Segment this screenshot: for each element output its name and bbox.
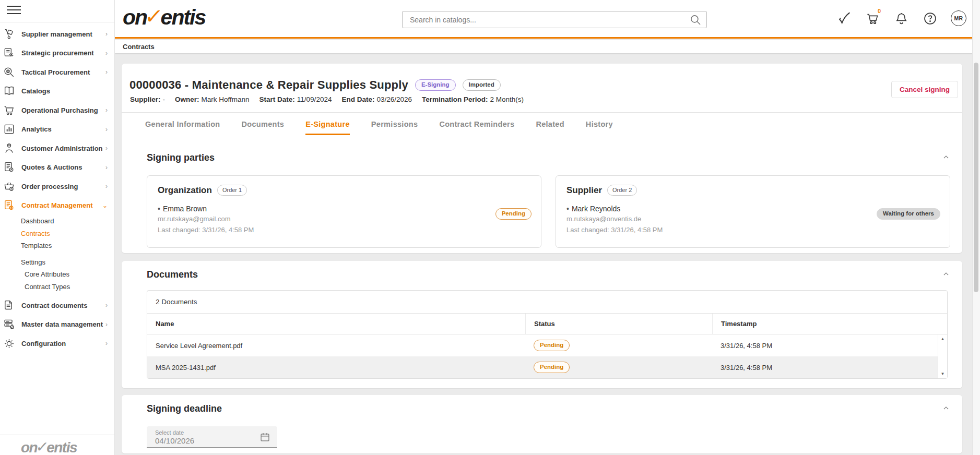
- chevron-down-icon: ⌄: [102, 202, 108, 209]
- sidebar-subitem-contracts[interactable]: Contracts: [0, 228, 114, 240]
- tab-documents[interactable]: Documents: [241, 120, 284, 135]
- sidebar-item-label: Master data management: [21, 320, 103, 328]
- chevron-right-icon: ›: [105, 145, 108, 152]
- sidebar-item-label: Customer Administration: [21, 145, 103, 152]
- header-divider: [122, 112, 962, 113]
- sidebar-item-configuration[interactable]: Configuration ›: [0, 334, 114, 353]
- catalog-search: [402, 11, 707, 28]
- sidebar-item-label: Contract Management: [21, 201, 93, 209]
- column-header-name: Name: [147, 314, 525, 334]
- meta-owner: Owner:Mark Hoffmann: [175, 95, 250, 103]
- signing-party-organization: Organization Order 1 •Emma Brown mr.ruts…: [147, 175, 541, 248]
- status-badge: Pending: [495, 208, 532, 220]
- table-row[interactable]: MSA 2025-1431.pdf Pending 3/31/26, 4:58 …: [147, 356, 938, 378]
- signing-deadline-date-field[interactable]: Select date 04/10/2026: [147, 426, 277, 448]
- server-stack-icon: [3, 318, 15, 330]
- cell-timestamp: 3/31/26, 4:58 PM: [712, 356, 939, 378]
- help-icon[interactable]: [922, 10, 938, 26]
- chevron-right-icon: ›: [105, 68, 108, 76]
- tab-permissions[interactable]: Permissions: [371, 120, 418, 135]
- documents-count: 2 Documents: [147, 291, 947, 314]
- sidebar-nav: Supplier management › Strategic procurem…: [0, 25, 114, 353]
- contract-management-submenu: Dashboard Contracts Templates Settings C…: [0, 215, 114, 293]
- sidebar-item-label: Catalogs: [21, 87, 50, 95]
- tab-history[interactable]: History: [586, 120, 613, 135]
- sidebar-item-contract-management[interactable]: Contract Management ⌄: [0, 196, 114, 215]
- signer-name: •Emma Brown: [158, 205, 530, 213]
- collapse-chevron-up-icon[interactable]: [942, 404, 950, 412]
- bullet: •: [158, 205, 160, 213]
- sidebar-subitem-templates[interactable]: Templates: [0, 240, 114, 252]
- chevron-right-icon: ›: [105, 50, 108, 57]
- sidebar-subitem-dashboard[interactable]: Dashboard: [0, 215, 114, 228]
- sidebar-item-quotes-auctions[interactable]: Quotes & Auctions ›: [0, 158, 114, 177]
- sidebar-item-label: Operational Purchasing: [21, 106, 98, 114]
- column-header-status: Status: [525, 314, 712, 334]
- page-scrollbar-thumb[interactable]: [974, 63, 978, 292]
- sidebar-subitem-contract-types[interactable]: Contract Types: [0, 281, 114, 293]
- menu-hamburger-icon[interactable]: [7, 6, 21, 15]
- bar-chart-icon: [3, 123, 15, 135]
- cell-name: Service Level Agreement.pdf: [147, 334, 525, 356]
- imported-badge: Imported: [463, 79, 501, 91]
- gear-icon: [3, 338, 15, 350]
- cart-icon[interactable]: 0: [865, 10, 880, 26]
- signing-party-supplier: Supplier Order 2 •Mark Reynolds m.rutska…: [556, 175, 950, 248]
- collapse-chevron-up-icon[interactable]: [942, 270, 950, 278]
- person-icon: [3, 142, 15, 154]
- magnifier-box-icon: [3, 66, 15, 78]
- sidebar: Supplier management › Strategic procurem…: [0, 0, 115, 455]
- contract-tabs: General Information Documents E-Signatur…: [145, 120, 634, 135]
- contract-meta: Supplier:- Owner:Mark Hoffmann Start Dat…: [130, 95, 524, 103]
- sidebar-item-strategic-procurement[interactable]: Strategic procurement ›: [0, 44, 114, 63]
- sidebar-item-label: Order processing: [21, 183, 78, 190]
- table-row[interactable]: Service Level Agreement.pdf Pending 3/31…: [147, 334, 938, 356]
- onventis-logo: on✓entis: [123, 4, 205, 30]
- scroll-down-icon[interactable]: ▼: [941, 372, 945, 376]
- sidebar-subitem-settings[interactable]: Settings: [0, 256, 114, 269]
- sidebar-item-master-data-management[interactable]: Master data management ›: [0, 315, 114, 334]
- sidebar-item-analytics[interactable]: Analytics ›: [0, 120, 114, 139]
- doc-dollar-icon: [3, 199, 15, 211]
- page-scrollbar: [972, 0, 980, 455]
- tab-related[interactable]: Related: [536, 120, 564, 135]
- sidebar-item-tactical-procurement[interactable]: Tactical Procurement ›: [0, 63, 114, 82]
- bullet: •: [566, 205, 569, 213]
- tab-general-information[interactable]: General Information: [145, 120, 220, 135]
- meta-termination-period: Termination Period:2 Month(s): [422, 95, 524, 103]
- table-scrollbar[interactable]: ▲ ▼: [938, 334, 947, 378]
- logo-check-icon: ✓: [144, 4, 163, 28]
- sidebar-item-operational-purchasing[interactable]: Operational Purchasing ›: [0, 101, 114, 120]
- sidebar-item-contract-documents[interactable]: Contract documents ›: [0, 296, 114, 315]
- doc-lines-icon: [3, 300, 15, 312]
- sidebar-subitem-core-attributes[interactable]: Core Attributes: [0, 268, 114, 281]
- status-badge: Pending: [534, 362, 570, 373]
- sidebar-item-catalogs[interactable]: Catalogs: [0, 82, 114, 101]
- sidebar-item-order-processing[interactable]: Order processing ›: [0, 177, 114, 196]
- sidebar-divider: [0, 22, 114, 22]
- meta-end-date: End Date:03/26/2026: [341, 95, 412, 103]
- search-icon[interactable]: [689, 13, 702, 27]
- sidebar-footer-divider: [0, 435, 114, 435]
- order-badge: Order 2: [607, 185, 637, 196]
- calendar-icon[interactable]: [259, 432, 270, 442]
- signer-email: mr.rutskaya@gmail.com: [158, 215, 530, 223]
- approval-check-icon[interactable]: [836, 10, 852, 26]
- breadcrumb[interactable]: Contracts: [123, 43, 155, 51]
- scroll-up-icon[interactable]: ▲: [941, 337, 945, 341]
- date-field-value: 04/10/2026: [155, 436, 194, 445]
- status-badge: Waiting for others: [877, 208, 940, 220]
- avatar[interactable]: MR: [951, 10, 966, 26]
- sidebar-item-supplier-management[interactable]: Supplier management ›: [0, 25, 114, 44]
- search-input[interactable]: [403, 16, 689, 24]
- sidebar-item-customer-administration[interactable]: Customer Administration ›: [0, 139, 114, 158]
- open-book-icon: [3, 85, 15, 97]
- cancel-signing-button[interactable]: Cancel signing: [891, 81, 958, 98]
- collapse-chevron-up-icon[interactable]: [942, 153, 950, 161]
- cell-status: Pending: [525, 334, 712, 356]
- tab-e-signature[interactable]: E-Signature: [305, 120, 350, 135]
- status-badge: Pending: [534, 340, 570, 351]
- sidebar-item-label: Quotes & Auctions: [21, 163, 82, 171]
- tab-contract-reminders[interactable]: Contract Reminders: [439, 120, 514, 135]
- notifications-bell-icon[interactable]: [893, 10, 909, 26]
